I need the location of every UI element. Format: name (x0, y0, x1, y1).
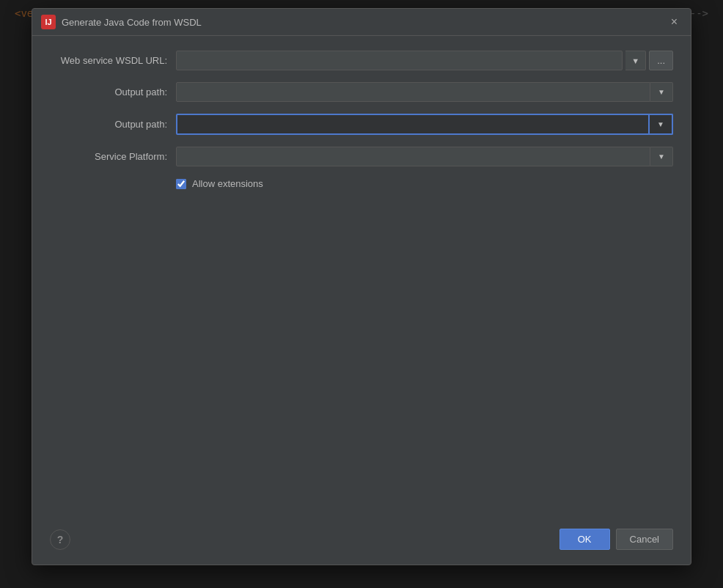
wsdl-url-label: Web service WSDL URL: (50, 55, 167, 66)
wsdl-url-dropdown-btn[interactable]: ▼ (625, 51, 646, 70)
dialog-app-icon: IJ (41, 15, 56, 29)
dialog-titlebar: IJ Generate Java Code from WSDL × (32, 9, 691, 36)
output-path-row: Output path: C:\Users\elaam\IdeaProjects… (50, 82, 673, 102)
output-path-label: Output path: (50, 87, 167, 98)
package-row: Output path: me.elaamiri.proxy ▼ (50, 114, 673, 135)
allow-extensions-row: Allow extensions (176, 178, 673, 189)
service-platform-dropdown-arrow[interactable]: ▼ (650, 147, 673, 166)
package-input[interactable]: me.elaamiri.proxy (176, 114, 650, 135)
help-button[interactable]: ? (50, 529, 70, 550)
output-path-dropdown-arrow[interactable]: ▼ (650, 82, 673, 102)
package-select-group: me.elaamiri.proxy ▼ (176, 114, 673, 135)
allow-extensions-checkbox[interactable] (176, 179, 186, 189)
service-platform-label: Service Platform: (50, 151, 167, 162)
wsdl-url-input-group: http://localhost:9292/BankWS/?wsdl ▼ ... (176, 51, 673, 70)
wsdl-url-row: Web service WSDL URL: http://localhost:9… (50, 51, 673, 70)
service-platform-row: Service Platform: Glassfish / JAX-WS 2.2… (50, 147, 673, 166)
icon-text: IJ (45, 18, 51, 26)
allow-extensions-label[interactable]: Allow extensions (192, 178, 263, 189)
wsdl-browse-button[interactable]: ... (649, 51, 673, 70)
generate-java-dialog: IJ Generate Java Code from WSDL × Web se… (32, 8, 691, 565)
cancel-button[interactable]: Cancel (616, 529, 673, 550)
dialog-title: Generate Java Code from WSDL (62, 17, 202, 28)
package-label: Output path: (50, 119, 167, 130)
footer-buttons: OK Cancel (559, 529, 673, 550)
dialog-title-left: IJ Generate Java Code from WSDL (41, 15, 202, 29)
ok-button[interactable]: OK (559, 529, 610, 550)
service-platform-select-group: Glassfish / JAX-WS 2.2 RI / Metro 1.X / … (176, 147, 673, 166)
close-button[interactable]: × (667, 15, 682, 29)
output-path-input[interactable]: C:\Users\elaam\IdeaProjects\soap-jav...-… (176, 82, 650, 102)
service-platform-input[interactable]: Glassfish / JAX-WS 2.2 RI / Metro 1.X / … (176, 147, 650, 166)
content-spacer (50, 201, 673, 505)
output-path-select-group: C:\Users\elaam\IdeaProjects\soap-jav...-… (176, 82, 673, 102)
dialog-content: Web service WSDL URL: http://localhost:9… (32, 36, 691, 520)
package-dropdown-arrow[interactable]: ▼ (650, 114, 673, 135)
dialog-footer: ? OK Cancel (32, 520, 691, 565)
wsdl-url-input[interactable]: http://localhost:9292/BankWS/?wsdl (176, 51, 623, 70)
